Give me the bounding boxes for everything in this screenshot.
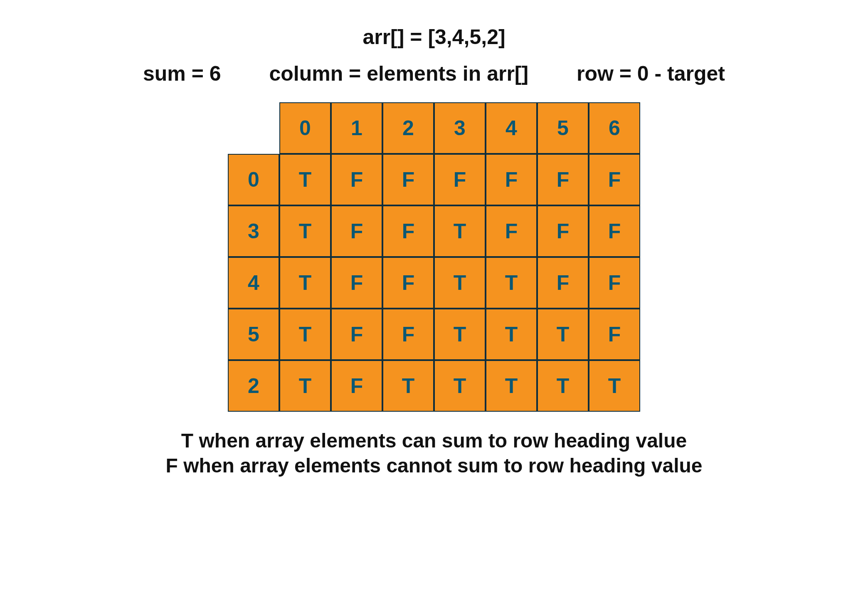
dp-cell: F: [434, 154, 486, 205]
dp-cell: T: [279, 257, 331, 309]
dp-cell: T: [279, 309, 331, 360]
col-header: 1: [331, 102, 382, 154]
dp-cell: F: [589, 257, 640, 309]
col-header: 0: [279, 102, 331, 154]
dp-cell: F: [486, 205, 537, 257]
col-header: 3: [434, 102, 486, 154]
dp-cell: F: [589, 309, 640, 360]
row-header: 2: [228, 360, 279, 412]
dp-cell: T: [537, 309, 589, 360]
row-header: 5: [228, 309, 279, 360]
dp-cell: T: [434, 205, 486, 257]
table-row: 3 T F F T F F F: [228, 205, 640, 257]
table-row: 5 T F F T T T F: [228, 309, 640, 360]
footer-line-1: T when array elements can sum to row hea…: [166, 428, 703, 453]
dp-cell: F: [537, 205, 589, 257]
footer-line-2: F when array elements cannot sum to row …: [166, 453, 703, 478]
table-row: 0 T F F F F F F: [228, 154, 640, 205]
col-header: 2: [382, 102, 434, 154]
dp-cell: T: [279, 154, 331, 205]
dp-cell: F: [486, 154, 537, 205]
dp-cell: T: [486, 257, 537, 309]
dp-cell: F: [382, 257, 434, 309]
dp-cell: T: [589, 360, 640, 412]
row-header: 4: [228, 257, 279, 309]
header-row: 0 1 2 3 4 5 6: [228, 102, 640, 154]
dp-cell: T: [486, 360, 537, 412]
dp-cell: F: [331, 205, 382, 257]
row-header: 3: [228, 205, 279, 257]
info-row: row = 0 - target: [577, 62, 725, 86]
row-header: 0: [228, 154, 279, 205]
dp-cell: T: [537, 360, 589, 412]
dp-cell: T: [279, 360, 331, 412]
dp-cell: T: [279, 205, 331, 257]
dp-cell: F: [331, 257, 382, 309]
col-header: 6: [589, 102, 640, 154]
dp-cell: F: [537, 154, 589, 205]
title: arr[] = [3,4,5,2]: [362, 25, 505, 49]
table-row: 4 T F F T T F F: [228, 257, 640, 309]
dp-cell: F: [589, 205, 640, 257]
info-row: sum = 6 column = elements in arr[] row =…: [143, 62, 725, 86]
dp-cell: F: [331, 154, 382, 205]
table-row: 2 T F T T T T T: [228, 360, 640, 412]
spacer: [228, 102, 279, 154]
dp-cell: F: [537, 257, 589, 309]
dp-cell: F: [331, 360, 382, 412]
dp-cell: T: [382, 360, 434, 412]
dp-table: 0 1 2 3 4 5 6 0 T F F F F F F 3 T F F T …: [228, 102, 640, 412]
dp-cell: T: [434, 309, 486, 360]
dp-cell: T: [434, 257, 486, 309]
col-header: 4: [486, 102, 537, 154]
info-sum: sum = 6: [143, 62, 221, 86]
col-header: 5: [537, 102, 589, 154]
dp-cell: F: [331, 309, 382, 360]
dp-cell: F: [589, 154, 640, 205]
dp-cell: T: [434, 360, 486, 412]
dp-cell: F: [382, 309, 434, 360]
dp-cell: F: [382, 205, 434, 257]
dp-cell: T: [486, 309, 537, 360]
info-column: column = elements in arr[]: [269, 62, 528, 86]
footer: T when array elements can sum to row hea…: [166, 428, 703, 478]
dp-cell: F: [382, 154, 434, 205]
